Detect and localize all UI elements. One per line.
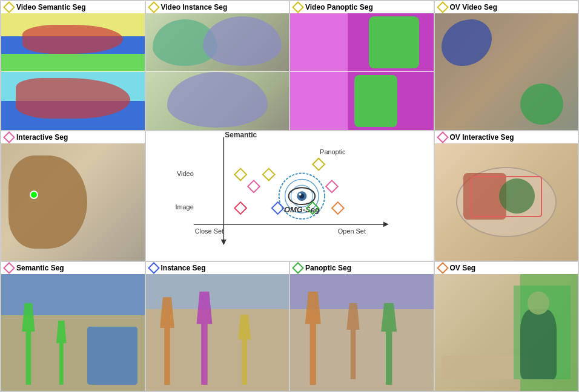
cell-header-ov-interactive-seg: OV Interactive Seg [435,131,578,143]
diamond-icon-yellow-3 [292,1,304,13]
cell-image-interactive-seg [1,143,145,260]
cell-title-video-semantic-seg: Video Semantic Seg [16,3,86,11]
cell-image-video-semantic-seg [1,13,145,130]
cell-image-semantic-seg [1,274,145,391]
svg-rect-19 [248,181,260,193]
cell-title-semantic-seg: Semantic Seg [16,264,64,272]
vps-image-bottom [290,72,434,130]
diamond-icon-blue [148,262,160,274]
svg-text:Close Set: Close Set [194,227,223,235]
cell-header-video-panoptic-seg: Video Panoptic Seg [290,1,434,13]
svg-rect-21 [234,203,246,215]
svg-text:Panoptic: Panoptic [320,148,346,155]
cell-video-instance-seg: Video Instance Seg [146,1,290,130]
cell-ov-interactive-seg: OV Interactive Seg [435,131,578,260]
cell-header-semantic-seg: Semantic Seg [1,262,145,274]
cell-image-ov-interactive-seg [435,143,578,260]
cell-instance-seg: Instance Seg [146,262,290,391]
vis-image-top [146,13,290,71]
svg-rect-16 [234,169,246,181]
diamond-icon-yellow [3,1,15,13]
cell-header-ov-seg: OV Seg [435,262,578,274]
svg-rect-18 [313,158,325,171]
svg-text:Open Set: Open Set [337,227,365,235]
svg-text:Image: Image [175,203,193,211]
cell-title-video-panoptic-seg: Video Panoptic Seg [305,3,373,11]
cell-header-instance-seg: Instance Seg [146,262,290,274]
cell-semantic-seg: Semantic Seg [1,262,145,391]
diamond-icon-yellow-2 [148,1,160,13]
cell-title-ov-interactive-seg: OV Interactive Seg [450,133,514,142]
svg-text:Semantic: Semantic [225,131,257,139]
cell-title-panoptic-seg: Panoptic Seg [305,264,351,272]
cell-header-interactive-seg: Interactive Seg [1,131,145,143]
svg-rect-24 [332,203,344,215]
diamond-icon-green [292,262,304,274]
diagram-area: Semantic Close Set Open Set Video Image … [146,131,434,260]
cell-title-video-instance-seg: Video Instance Seg [161,3,228,11]
cell-title-ov-video-seg: OV Video Seg [450,3,497,11]
cell-image-ov-video-seg [435,13,578,130]
main-grid: Video Semantic Seg Video Instance Seg Vi… [0,0,579,392]
svg-text:Video: Video [177,171,194,178]
cell-image-video-panoptic-seg [290,13,434,130]
cell-image-panoptic-seg [290,274,434,391]
cell-title-interactive-seg: Interactive Seg [16,133,68,142]
cell-image-instance-seg [146,274,290,391]
cell-center-diagram: Semantic Close Set Open Set Video Image … [146,131,434,260]
vss-image-bottom [1,72,145,130]
vps-image-top [290,13,434,71]
svg-rect-20 [326,181,338,193]
diamond-icon-pink [3,131,15,143]
cell-video-semantic-seg: Video Semantic Seg [1,1,145,130]
cell-ov-seg: OV Seg [435,262,578,391]
cell-panoptic-seg: Panoptic Seg [290,262,434,391]
diamond-icon-pink-2 [437,131,449,143]
cell-title-instance-seg: Instance Seg [161,264,206,272]
cell-image-ov-seg [435,274,578,391]
vis-image-bottom [146,72,290,130]
vss-image-top [1,13,145,71]
cell-interactive-seg: Interactive Seg [1,131,145,260]
cell-header-video-instance-seg: Video Instance Seg [146,1,290,13]
cell-video-panoptic-seg: Video Panoptic Seg [290,1,434,130]
svg-rect-17 [262,169,274,181]
cell-ov-video-seg: OV Video Seg [435,1,578,130]
diamond-icon-orange [437,262,449,274]
diamond-icon-yellow-4 [437,1,449,13]
cell-header-panoptic-seg: Panoptic Seg [290,262,434,274]
cell-header-ov-video-seg: OV Video Seg [435,1,578,13]
cell-image-video-instance-seg [146,13,290,130]
cell-title-ov-seg: OV Seg [450,264,476,272]
diagram-svg: Semantic Close Set Open Set Video Image … [146,131,434,260]
svg-point-14 [299,194,301,196]
cell-header-video-semantic-seg: Video Semantic Seg [1,1,145,13]
diamond-icon-pink-3 [3,262,15,274]
